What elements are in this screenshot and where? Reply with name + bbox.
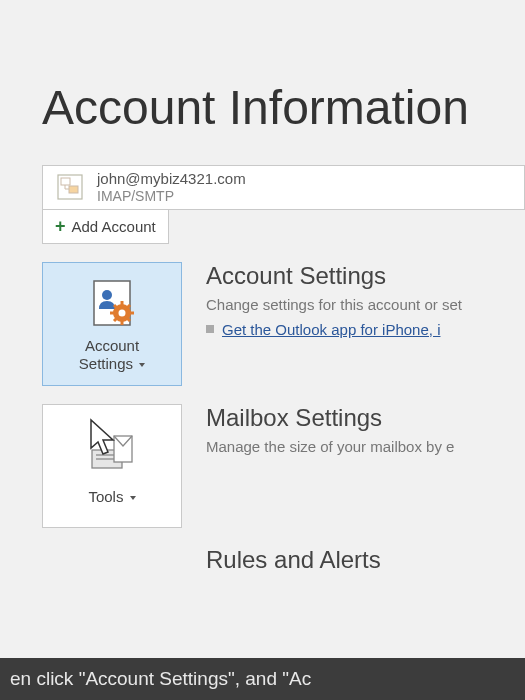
svg-line-10	[114, 305, 117, 308]
mailbox-settings-description: Manage the size of your mailbox by e	[206, 438, 454, 455]
svg-rect-1	[61, 178, 70, 185]
rules-and-alerts-title: Rules and Alerts	[206, 546, 381, 574]
svg-point-14	[119, 309, 126, 316]
account-settings-description: Change settings for this account or set	[206, 296, 462, 313]
account-icon	[53, 170, 87, 204]
page-title: Account Information	[0, 0, 525, 165]
account-email: john@mybiz4321.com	[97, 170, 246, 188]
bullet-icon	[206, 325, 214, 333]
tools-icon	[84, 426, 140, 482]
account-protocol: IMAP/SMTP	[97, 188, 246, 205]
svg-point-4	[102, 290, 112, 300]
add-account-label: Add Account	[72, 218, 156, 235]
account-selector[interactable]: john@mybiz4321.com IMAP/SMTP	[42, 165, 525, 210]
account-settings-button-label: Account Settings	[79, 337, 145, 373]
svg-rect-2	[69, 186, 78, 193]
svg-line-13	[127, 305, 130, 308]
svg-line-11	[127, 318, 130, 321]
add-account-button[interactable]: + Add Account	[42, 210, 169, 244]
account-settings-title: Account Settings	[206, 262, 462, 290]
video-caption: en click "Account Settings", and "Ac	[0, 658, 525, 700]
outlook-app-link[interactable]: Get the Outlook app for iPhone, i	[222, 321, 440, 338]
svg-line-12	[114, 318, 117, 321]
tools-button-label: Tools	[88, 488, 135, 506]
account-settings-button[interactable]: Account Settings	[42, 262, 182, 386]
plus-icon: +	[55, 216, 66, 237]
tools-button[interactable]: Tools	[42, 404, 182, 528]
chevron-down-icon	[130, 496, 136, 500]
chevron-down-icon	[139, 363, 145, 367]
account-settings-icon	[84, 275, 140, 331]
mailbox-settings-title: Mailbox Settings	[206, 404, 454, 432]
